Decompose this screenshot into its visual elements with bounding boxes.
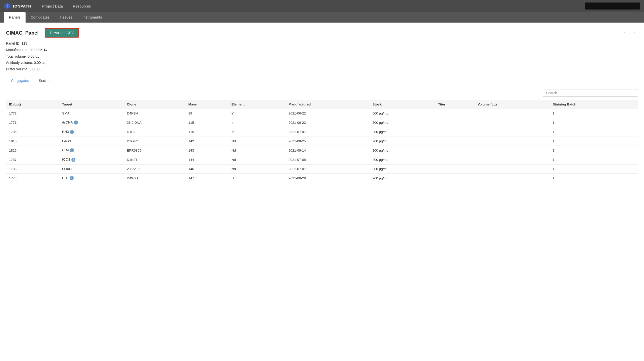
cell-id: 1815 [6,137,59,146]
cell-id: 1771 [6,118,59,127]
col-staining: Staining Batch [550,100,638,109]
table-body: 1772SMAD4K9N89Y2021-06-22500 µg/mL11771d… [6,109,638,183]
cell-mass: 146 [185,164,229,173]
table-row: 1773PD1iD4W2J147Sm2021-06-28200 µg/mL1 [6,173,638,183]
cell-titer [435,109,475,118]
nav-resources[interactable]: Resources [68,0,96,12]
cell-staining: 1 [550,173,638,183]
cell-target: FOXP3 [59,164,124,173]
cell-id: 1786 [6,164,59,173]
cell-id: 1773 [6,173,59,183]
cell-id: 1826 [6,146,59,155]
cell-stock: 500 µg/mL [369,118,435,127]
table-header: ID (Lot) Target Clone Mass Element Manuf… [6,100,638,109]
cell-manufactured: 2021-07-07 [285,164,369,173]
col-stock: Stock [369,100,435,109]
cell-id: 1785 [6,127,59,137]
table-row: 1771dsDNAi35I9 DNA115In2021-06-22500 µg/… [6,118,638,127]
conjugates-table: ID (Lot) Target Clone Mass Element Manuf… [6,100,638,183]
table-row: 1787ICOSiD1K2T144Nd2021-07-08200 µg/mL1 [6,155,638,165]
tab-bar: Panels Conjugates Tissues Instruments [0,12,644,23]
cell-manufactured: 2021-06-22 [285,109,369,118]
panel-antibody-volume: Antibody volume: 0.00 µL [6,60,638,66]
top-nav-links: Project Data Resources [37,0,585,12]
table-row: 1786FOXP3236A/E7146Nd2021-07-07200 µg/mL… [6,164,638,173]
panel-header: CIMAC_Panel Download CSV ‹ › [6,28,638,38]
panel-total-volume: Total volume: 0.00 µL [6,54,638,60]
cell-titer [435,118,475,127]
logo-text: IONPATH [13,4,31,8]
info-icon[interactable]: i [71,158,75,162]
logo-area: IONPATH [4,3,31,10]
cell-staining: 1 [550,137,638,146]
prev-panel-button[interactable]: ‹ [621,28,629,36]
cell-element: Y [229,109,286,118]
cell-staining: 1 [550,155,638,165]
cell-clone: D1H2 [124,127,185,137]
cell-volume [475,155,550,165]
cell-mass: 115 [185,127,229,137]
cell-element: Nd [229,146,286,155]
info-icon[interactable]: i [74,121,78,125]
cell-clone: 236A/E7 [124,164,185,173]
cell-manufactured: 2021-07-07 [285,127,369,137]
cell-id: 1787 [6,155,59,165]
tab-instruments[interactable]: Instruments [77,12,107,23]
cell-target: CD4i [59,146,124,155]
panel-id: Panel ID: 113 [6,41,638,47]
cell-staining: 1 [550,127,638,137]
cell-clone: D2G4O [124,137,185,146]
panel-nav: ‹ › [621,28,638,36]
cell-target: ICOSi [59,155,124,165]
cell-stock: 200 µg/mL [369,164,435,173]
inner-tab-sections[interactable]: Sections [34,77,57,85]
tab-conjugates[interactable]: Conjugates [26,12,55,23]
next-panel-button[interactable]: › [630,28,638,36]
download-csv-button[interactable]: Download CSV [45,28,79,38]
info-icon[interactable]: i [70,176,74,180]
nav-project-data[interactable]: Project Data [37,0,68,12]
cell-clone: D4K9N [124,109,185,118]
table-row: 1815LAG3D2G4O142Nd2021-08-25200 µg/mL1 [6,137,638,146]
panel-meta: Panel ID: 113 Manufactured: 2022-05-14 T… [6,41,638,72]
cell-manufactured: 2021-06-28 [285,173,369,183]
col-mass: Mass [185,100,229,109]
tab-tissues[interactable]: Tissues [55,12,77,23]
table-row: 1826CD4iEPR6855143Nd2021-09-14200 µg/mL1 [6,146,638,155]
cell-titer [435,137,475,146]
cell-element: In [229,127,286,137]
cell-target: SMA [59,109,124,118]
col-clone: Clone [124,100,185,109]
info-icon[interactable]: i [70,148,74,152]
cell-element: Sm [229,173,286,183]
tab-panels[interactable]: Panels [4,12,26,23]
cell-volume [475,164,550,173]
content-area: CIMAC_Panel Download CSV ‹ › Panel ID: 1… [0,23,644,188]
search-area [6,89,638,97]
top-nav-right-area [585,3,640,10]
cell-volume [475,146,550,155]
cell-id: 1772 [6,109,59,118]
cell-clone: D1K2T [124,155,185,165]
cell-manufactured: 2021-09-14 [285,146,369,155]
cell-staining: 1 [550,146,638,155]
panel-buffer-volume: Buffer volume: 0.00 µL [6,66,638,72]
cell-target: dsDNAi [59,118,124,127]
cell-clone: 35I9 DNA [124,118,185,127]
search-input[interactable] [543,89,638,97]
cell-mass: 147 [185,173,229,183]
col-titer: Titer [435,100,475,109]
panel-title: CIMAC_Panel [6,30,39,36]
cell-stock: 200 µg/mL [369,173,435,183]
col-element: Element [229,100,286,109]
cell-element: In [229,118,286,127]
info-icon[interactable]: i [70,130,74,134]
cell-element: Nd [229,155,286,165]
cell-titer [435,127,475,137]
inner-tab-conjugates[interactable]: Conjugates [6,77,34,85]
col-manufactured: Manufactured [285,100,369,109]
cell-target: HH3i [59,127,124,137]
cell-staining: 1 [550,109,638,118]
table-row: 1772SMAD4K9N89Y2021-06-22500 µg/mL1 [6,109,638,118]
cell-element: Nd [229,164,286,173]
